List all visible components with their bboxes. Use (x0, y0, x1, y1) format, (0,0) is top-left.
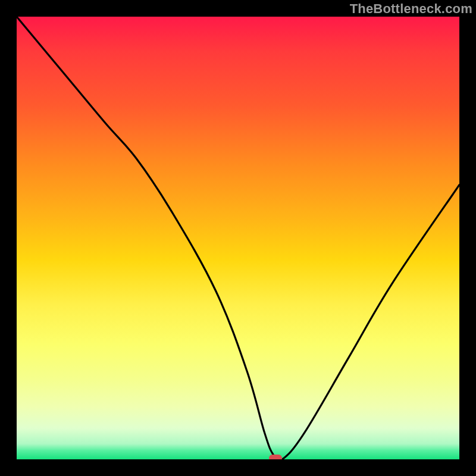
bottleneck-curve (17, 17, 459, 459)
watermark-text: TheBottleneck.com (350, 1, 472, 17)
plot-area (17, 17, 459, 459)
chart-frame: TheBottleneck.com (0, 0, 476, 476)
optimal-point-marker (269, 455, 282, 459)
